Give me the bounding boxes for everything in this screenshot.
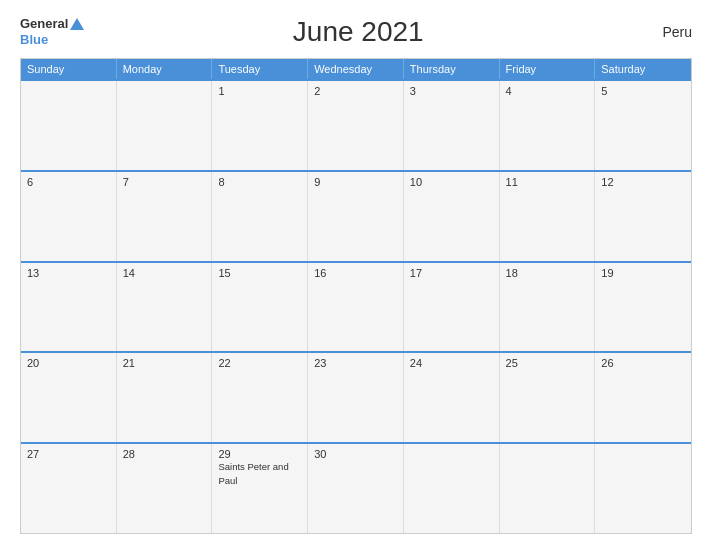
cell-number-3-6: 26 — [601, 357, 685, 369]
cell-event-4-2: Saints Peter and Paul — [218, 461, 288, 485]
cell-number-4-2: 29 — [218, 448, 301, 460]
cell-number-3-0: 20 — [27, 357, 110, 369]
logo: General Blue — [20, 16, 84, 47]
cell-number-0-6: 5 — [601, 85, 685, 97]
week-row-3: 20212223242526 — [21, 351, 691, 442]
cell-number-1-3: 9 — [314, 176, 397, 188]
cell-number-3-3: 23 — [314, 357, 397, 369]
cell-number-1-2: 8 — [218, 176, 301, 188]
cell-2-2: 15 — [212, 263, 308, 352]
cell-2-3: 16 — [308, 263, 404, 352]
week-row-1: 6789101112 — [21, 170, 691, 261]
cell-number-2-6: 19 — [601, 267, 685, 279]
week-row-2: 13141516171819 — [21, 261, 691, 352]
cell-number-2-0: 13 — [27, 267, 110, 279]
cell-number-0-5: 4 — [506, 85, 589, 97]
cell-number-2-1: 14 — [123, 267, 206, 279]
calendar-page: General Blue June 2021 Peru Sunday Monda… — [0, 0, 712, 550]
cell-1-4: 10 — [404, 172, 500, 261]
cell-number-3-5: 25 — [506, 357, 589, 369]
cell-number-1-6: 12 — [601, 176, 685, 188]
cell-3-5: 25 — [500, 353, 596, 442]
cell-4-6 — [595, 444, 691, 533]
logo-general-text: General — [20, 16, 68, 32]
cell-4-5 — [500, 444, 596, 533]
logo-triangle-icon — [70, 18, 84, 30]
cell-0-4: 3 — [404, 81, 500, 170]
cell-number-1-0: 6 — [27, 176, 110, 188]
cell-0-3: 2 — [308, 81, 404, 170]
cell-1-6: 12 — [595, 172, 691, 261]
cell-number-3-2: 22 — [218, 357, 301, 369]
cell-4-1: 28 — [117, 444, 213, 533]
cell-3-0: 20 — [21, 353, 117, 442]
cell-2-1: 14 — [117, 263, 213, 352]
header-tuesday: Tuesday — [212, 59, 308, 79]
header-wednesday: Wednesday — [308, 59, 404, 79]
header-friday: Friday — [500, 59, 596, 79]
cell-0-1 — [117, 81, 213, 170]
calendar-title: June 2021 — [84, 16, 632, 48]
week-row-4: 272829Saints Peter and Paul30 — [21, 442, 691, 533]
calendar-grid: Sunday Monday Tuesday Wednesday Thursday… — [20, 58, 692, 534]
cell-number-1-4: 10 — [410, 176, 493, 188]
cell-0-5: 4 — [500, 81, 596, 170]
cell-0-2: 1 — [212, 81, 308, 170]
cell-4-4 — [404, 444, 500, 533]
cell-number-1-1: 7 — [123, 176, 206, 188]
cell-3-6: 26 — [595, 353, 691, 442]
cell-number-3-1: 21 — [123, 357, 206, 369]
header: General Blue June 2021 Peru — [20, 16, 692, 48]
header-thursday: Thursday — [404, 59, 500, 79]
cell-2-0: 13 — [21, 263, 117, 352]
cell-number-0-2: 1 — [218, 85, 301, 97]
week-row-0: 12345 — [21, 79, 691, 170]
cell-1-5: 11 — [500, 172, 596, 261]
cell-0-6: 5 — [595, 81, 691, 170]
cell-1-0: 6 — [21, 172, 117, 261]
cell-2-6: 19 — [595, 263, 691, 352]
cell-number-2-5: 18 — [506, 267, 589, 279]
weeks-container: 1234567891011121314151617181920212223242… — [21, 79, 691, 533]
cell-number-4-1: 28 — [123, 448, 206, 460]
cell-3-1: 21 — [117, 353, 213, 442]
header-saturday: Saturday — [595, 59, 691, 79]
cell-3-3: 23 — [308, 353, 404, 442]
cell-4-0: 27 — [21, 444, 117, 533]
day-headers-row: Sunday Monday Tuesday Wednesday Thursday… — [21, 59, 691, 79]
cell-4-2: 29Saints Peter and Paul — [212, 444, 308, 533]
cell-number-2-3: 16 — [314, 267, 397, 279]
cell-number-1-5: 11 — [506, 176, 589, 188]
country-label: Peru — [632, 24, 692, 40]
cell-number-0-4: 3 — [410, 85, 493, 97]
cell-number-3-4: 24 — [410, 357, 493, 369]
cell-3-2: 22 — [212, 353, 308, 442]
cell-number-0-3: 2 — [314, 85, 397, 97]
header-sunday: Sunday — [21, 59, 117, 79]
cell-2-4: 17 — [404, 263, 500, 352]
cell-3-4: 24 — [404, 353, 500, 442]
cell-number-2-4: 17 — [410, 267, 493, 279]
cell-1-3: 9 — [308, 172, 404, 261]
cell-1-1: 7 — [117, 172, 213, 261]
cell-number-4-3: 30 — [314, 448, 397, 460]
cell-number-4-0: 27 — [27, 448, 110, 460]
cell-4-3: 30 — [308, 444, 404, 533]
header-monday: Monday — [117, 59, 213, 79]
cell-1-2: 8 — [212, 172, 308, 261]
cell-2-5: 18 — [500, 263, 596, 352]
logo-general: General — [20, 16, 84, 32]
cell-0-0 — [21, 81, 117, 170]
logo-blue-text: Blue — [20, 32, 84, 48]
cell-number-2-2: 15 — [218, 267, 301, 279]
